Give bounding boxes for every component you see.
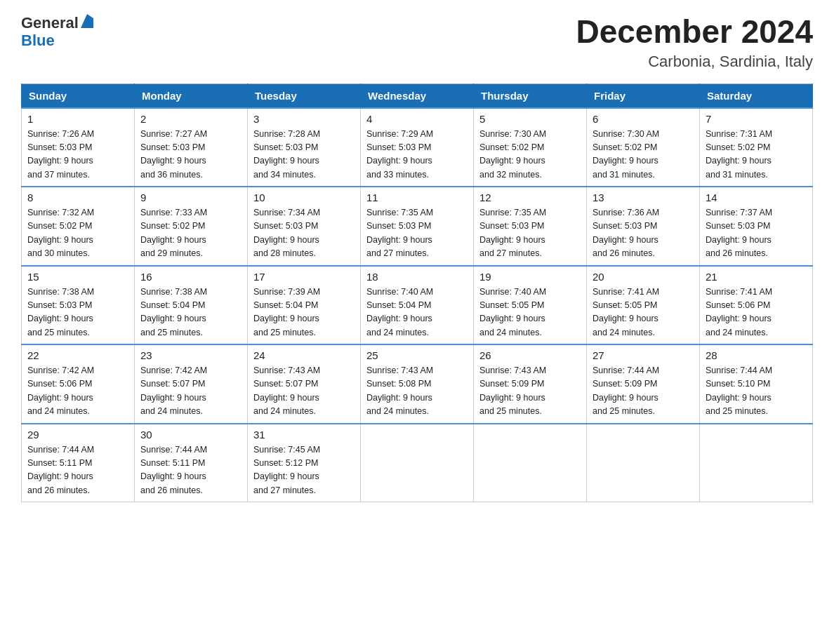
day-info: Sunrise: 7:40 AM Sunset: 5:04 PM Dayligh… — [366, 286, 468, 340]
daylight-minutes: and 32 minutes. — [479, 170, 542, 180]
calendar-cell: 18 Sunrise: 7:40 AM Sunset: 5:04 PM Dayl… — [361, 266, 474, 345]
daylight-minutes: and 26 minutes. — [27, 485, 90, 495]
sunrise-label: Sunrise: 7:38 AM — [140, 287, 207, 297]
daylight-minutes: and 30 minutes. — [27, 248, 90, 258]
day-number: 2 — [140, 113, 241, 125]
calendar-cell: 19 Sunrise: 7:40 AM Sunset: 5:05 PM Dayl… — [474, 266, 587, 345]
daylight-label: Daylight: 9 hours — [366, 314, 432, 323]
sunrise-label: Sunrise: 7:31 AM — [706, 129, 772, 139]
daylight-minutes: and 36 minutes. — [140, 170, 203, 180]
calendar-header-row: SundayMondayTuesdayWednesdayThursdayFrid… — [22, 83, 813, 108]
sunrise-label: Sunrise: 7:38 AM — [27, 287, 94, 297]
daylight-minutes: and 28 minutes. — [253, 248, 316, 258]
sunrise-label: Sunrise: 7:34 AM — [253, 208, 320, 217]
calendar-cell: 15 Sunrise: 7:38 AM Sunset: 5:03 PM Dayl… — [22, 266, 135, 345]
sunrise-label: Sunrise: 7:43 AM — [253, 365, 320, 375]
calendar-cell: 30 Sunrise: 7:44 AM Sunset: 5:11 PM Dayl… — [135, 424, 248, 502]
sunset-label: Sunset: 5:09 PM — [593, 379, 657, 389]
day-info: Sunrise: 7:39 AM Sunset: 5:04 PM Dayligh… — [253, 286, 355, 340]
day-number: 5 — [479, 113, 581, 125]
daylight-label: Daylight: 9 hours — [140, 314, 206, 323]
day-number: 26 — [479, 349, 581, 361]
day-number: 30 — [140, 429, 241, 441]
logo: General Blue — [21, 14, 93, 50]
day-number: 12 — [479, 192, 581, 203]
sunset-label: Sunset: 5:11 PM — [140, 458, 205, 468]
sunset-label: Sunset: 5:03 PM — [253, 221, 318, 231]
col-header-saturday: Saturday — [700, 83, 813, 108]
sunset-label: Sunset: 5:04 PM — [253, 300, 318, 310]
calendar-cell — [474, 424, 587, 502]
day-number: 14 — [706, 192, 807, 203]
day-info: Sunrise: 7:42 AM Sunset: 5:07 PM Dayligh… — [140, 364, 241, 419]
sunrise-label: Sunrise: 7:27 AM — [140, 129, 207, 139]
sunrise-label: Sunrise: 7:32 AM — [27, 208, 94, 217]
daylight-label: Daylight: 9 hours — [27, 156, 93, 166]
daylight-minutes: and 26 minutes. — [593, 248, 655, 258]
daylight-minutes: and 27 minutes. — [366, 248, 429, 258]
daylight-label: Daylight: 9 hours — [253, 314, 319, 323]
calendar-week-row: 1 Sunrise: 7:26 AM Sunset: 5:03 PM Dayli… — [22, 108, 813, 187]
day-info: Sunrise: 7:30 AM Sunset: 5:02 PM Dayligh… — [479, 128, 581, 182]
day-number: 15 — [27, 271, 128, 283]
daylight-label: Daylight: 9 hours — [27, 393, 93, 403]
calendar-cell: 6 Sunrise: 7:30 AM Sunset: 5:02 PM Dayli… — [587, 108, 700, 187]
sunrise-label: Sunrise: 7:44 AM — [27, 445, 94, 455]
calendar-cell: 14 Sunrise: 7:37 AM Sunset: 5:03 PM Dayl… — [700, 187, 813, 266]
sunrise-label: Sunrise: 7:30 AM — [479, 129, 546, 139]
calendar-cell: 22 Sunrise: 7:42 AM Sunset: 5:06 PM Dayl… — [22, 344, 135, 424]
day-number: 24 — [253, 349, 355, 361]
sunrise-label: Sunrise: 7:39 AM — [253, 287, 320, 297]
sunset-label: Sunset: 5:02 PM — [593, 142, 657, 152]
daylight-minutes: and 31 minutes. — [706, 170, 768, 180]
col-header-sunday: Sunday — [22, 83, 135, 108]
daylight-label: Daylight: 9 hours — [27, 314, 93, 323]
sunrise-label: Sunrise: 7:35 AM — [366, 208, 433, 217]
day-info: Sunrise: 7:33 AM Sunset: 5:02 PM Dayligh… — [140, 206, 241, 261]
day-info: Sunrise: 7:26 AM Sunset: 5:03 PM Dayligh… — [27, 128, 128, 182]
daylight-minutes: and 24 minutes. — [27, 406, 90, 416]
col-header-friday: Friday — [587, 83, 700, 108]
calendar-week-row: 8 Sunrise: 7:32 AM Sunset: 5:02 PM Dayli… — [22, 187, 813, 266]
day-info: Sunrise: 7:31 AM Sunset: 5:02 PM Dayligh… — [706, 128, 807, 182]
daylight-minutes: and 25 minutes. — [593, 406, 655, 416]
sunset-label: Sunset: 5:07 PM — [140, 379, 205, 389]
day-number: 7 — [706, 113, 807, 125]
col-header-tuesday: Tuesday — [248, 83, 361, 108]
calendar-cell: 12 Sunrise: 7:35 AM Sunset: 5:03 PM Dayl… — [474, 187, 587, 266]
daylight-minutes: and 33 minutes. — [366, 170, 429, 180]
day-number: 1 — [27, 113, 128, 125]
calendar-cell: 13 Sunrise: 7:36 AM Sunset: 5:03 PM Dayl… — [587, 187, 700, 266]
daylight-label: Daylight: 9 hours — [479, 314, 545, 323]
daylight-minutes: and 24 minutes. — [253, 406, 316, 416]
day-info: Sunrise: 7:38 AM Sunset: 5:03 PM Dayligh… — [27, 286, 128, 340]
daylight-label: Daylight: 9 hours — [253, 235, 319, 245]
day-number: 6 — [593, 113, 694, 125]
calendar-cell — [361, 424, 474, 502]
day-info: Sunrise: 7:45 AM Sunset: 5:12 PM Dayligh… — [253, 443, 355, 498]
sunrise-label: Sunrise: 7:33 AM — [140, 208, 207, 217]
svg-marker-0 — [81, 14, 93, 28]
sunrise-label: Sunrise: 7:42 AM — [27, 365, 94, 375]
daylight-label: Daylight: 9 hours — [706, 235, 772, 245]
logo-general-text: General — [21, 14, 79, 32]
calendar-cell: 3 Sunrise: 7:28 AM Sunset: 5:03 PM Dayli… — [248, 108, 361, 187]
day-number: 19 — [479, 271, 581, 283]
sunset-label: Sunset: 5:03 PM — [706, 221, 770, 231]
sunrise-label: Sunrise: 7:40 AM — [479, 287, 546, 297]
sunrise-label: Sunrise: 7:44 AM — [593, 365, 659, 375]
daylight-label: Daylight: 9 hours — [27, 235, 93, 245]
calendar-week-row: 15 Sunrise: 7:38 AM Sunset: 5:03 PM Dayl… — [22, 266, 813, 345]
sunrise-label: Sunrise: 7:45 AM — [253, 445, 320, 455]
day-info: Sunrise: 7:34 AM Sunset: 5:03 PM Dayligh… — [253, 206, 355, 261]
sunset-label: Sunset: 5:03 PM — [253, 142, 318, 152]
daylight-minutes: and 25 minutes. — [706, 406, 768, 416]
calendar-cell: 27 Sunrise: 7:44 AM Sunset: 5:09 PM Dayl… — [587, 344, 700, 424]
daylight-label: Daylight: 9 hours — [593, 393, 658, 403]
calendar-cell: 24 Sunrise: 7:43 AM Sunset: 5:07 PM Dayl… — [248, 344, 361, 424]
sunrise-label: Sunrise: 7:44 AM — [140, 445, 207, 455]
daylight-minutes: and 25 minutes. — [253, 328, 316, 337]
sunrise-label: Sunrise: 7:35 AM — [479, 208, 546, 217]
calendar-cell — [700, 424, 813, 502]
daylight-label: Daylight: 9 hours — [140, 471, 206, 481]
